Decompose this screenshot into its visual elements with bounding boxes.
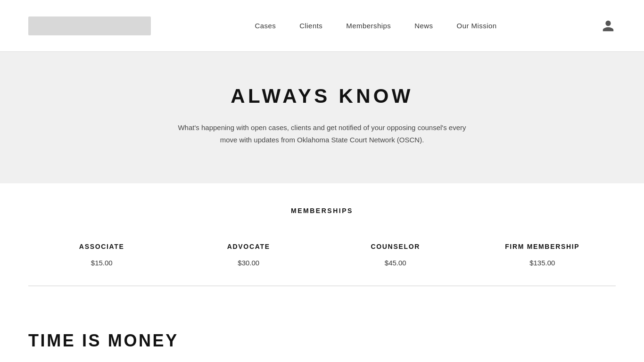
membership-advocate-name: ADVOCATE — [175, 243, 322, 250]
site-header: Cases Clients Memberships News Our Missi… — [0, 0, 644, 52]
membership-advocate-price: $30.00 — [175, 259, 322, 267]
membership-firm-price: $135.00 — [469, 259, 616, 267]
hero-section: ALWAYS KNOW What's happening with open c… — [0, 52, 644, 183]
membership-advocate: ADVOCATE $30.00 — [175, 243, 322, 267]
membership-associate: ASSOCIATE $15.00 — [28, 243, 175, 267]
site-logo[interactable] — [28, 16, 151, 35]
user-account-icon[interactable] — [601, 18, 616, 33]
membership-counselor-name: COUNSELOR — [322, 243, 469, 250]
nav-memberships[interactable]: Memberships — [346, 22, 391, 30]
hero-title: ALWAYS KNOW — [9, 85, 635, 107]
time-money-description: As a litigator with a full caseload you … — [28, 360, 273, 362]
hero-description: What's happening with open cases, client… — [176, 122, 468, 146]
membership-counselor-price: $45.00 — [322, 259, 469, 267]
nav-clients[interactable]: Clients — [299, 22, 322, 30]
membership-firm-name: FIRM MEMBERSHIP — [469, 243, 616, 250]
time-money-title: TIME IS MONEY — [28, 331, 616, 351]
time-money-section: TIME IS MONEY As a litigator with a full… — [0, 305, 644, 362]
memberships-section-title: MEMBERSHIPS — [28, 207, 616, 214]
nav-cases[interactable]: Cases — [255, 22, 276, 30]
memberships-section: MEMBERSHIPS ASSOCIATE $15.00 ADVOCATE $3… — [0, 183, 644, 305]
membership-associate-price: $15.00 — [28, 259, 175, 267]
membership-counselor: COUNSELOR $45.00 — [322, 243, 469, 267]
membership-firm: FIRM MEMBERSHIP $135.00 — [469, 243, 616, 267]
nav-our-mission[interactable]: Our Mission — [457, 22, 497, 30]
memberships-grid: ASSOCIATE $15.00 ADVOCATE $30.00 COUNSEL… — [28, 243, 616, 286]
main-nav: Cases Clients Memberships News Our Missi… — [255, 22, 496, 30]
nav-news[interactable]: News — [414, 22, 433, 30]
membership-associate-name: ASSOCIATE — [28, 243, 175, 250]
